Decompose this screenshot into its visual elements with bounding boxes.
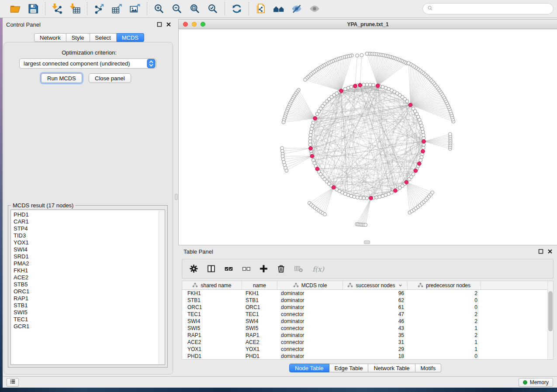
export-table-button[interactable] [110,2,125,16]
vertical-splitter-grip[interactable] [175,194,178,200]
table-row[interactable]: RAP1RAP1dominator352 [182,332,553,339]
mcds-result-item[interactable]: SRD1 [14,253,159,260]
float-icon[interactable] [538,249,543,254]
mcds-result-item[interactable]: STB5 [14,281,159,288]
column-label: name [253,282,266,289]
tab-select[interactable]: Select [90,33,117,42]
memory-label: Memory [530,379,549,385]
tab-network-table[interactable]: Network Table [368,364,415,372]
export-image-button[interactable] [128,2,142,16]
table-row[interactable]: SWI4SWI4dominator462 [182,318,553,325]
column-header-shared-name[interactable]: shared name [182,281,242,289]
mcds-result-item[interactable]: ACE2 [14,274,159,281]
table-row[interactable]: ORC1ORC1dominator610 [182,304,553,311]
column-header-predecessor-nodes[interactable]: predecessor nodes [408,281,481,289]
duplicate-network-button[interactable] [253,2,268,16]
criterion-dropdown[interactable]: largest connected component (undirected) [19,58,156,69]
tab-motifs[interactable]: Motifs [415,364,442,372]
split-columns-icon [207,264,216,273]
export-image-icon [129,3,141,14]
toolbar-button-groups [3,0,326,17]
zoom-fit-button[interactable] [187,2,202,16]
network-canvas[interactable] [179,29,557,245]
tab-node-table[interactable]: Node Table [289,364,329,372]
zoom-window-icon[interactable] [201,22,205,27]
delete-button[interactable] [276,264,286,274]
status-menu-button[interactable] [7,378,19,387]
table-panel-window-controls [538,249,553,254]
tab-network[interactable]: Network [34,33,66,42]
column-header-name[interactable]: name [242,281,277,289]
table-scrollbar-thumb[interactable] [548,291,553,331]
desktop-wallpaper-bottom [0,388,557,392]
float-icon[interactable] [157,22,162,27]
deselect-all-button[interactable] [241,264,251,274]
hide-selected-button[interactable] [289,2,304,16]
save-button[interactable] [26,2,41,16]
mcds-result-list[interactable]: PHD1CAR1STP4TID3YOX1SWI4SRD1PMA2FKH1ACE2… [10,210,165,365]
export-network-button[interactable] [92,2,107,16]
memory-button[interactable]: Memory [519,378,553,387]
import-table-button[interactable] [68,2,83,16]
table-row[interactable]: STB1STB1dominator620 [182,297,553,304]
memory-status-icon [523,380,527,385]
hierarchy-icon [293,282,299,288]
table-row[interactable]: ACE2ACE2connector311 [182,339,553,346]
mcds-result-item[interactable]: STP4 [14,225,159,232]
table-scrollbar[interactable] [547,281,553,359]
search-input[interactable] [435,6,549,12]
search-box[interactable] [422,3,554,14]
zoom-out-button[interactable] [170,2,184,16]
cell-name: SWI5 [242,325,277,332]
mcds-result-item[interactable]: FKH1 [14,267,159,274]
table-row[interactable]: TEC1TEC1connector472 [182,311,553,318]
network-window-titlebar[interactable]: YPA_prune.txt_1 [179,20,557,29]
network-graph[interactable] [179,29,557,245]
mcds-result-item[interactable]: PHD1 [14,211,159,218]
gear-button[interactable] [188,264,199,274]
cell-predecessor-nodes: 2 [408,332,481,339]
mcds-result-item[interactable]: PMA2 [14,260,159,267]
run-mcds-button[interactable]: Run MCDS [41,73,82,83]
table-row[interactable]: YOX1YOX1connector291 [182,346,553,353]
show-all-button[interactable] [307,2,322,16]
mcds-result-item[interactable]: CAR1 [14,218,159,225]
select-all-button[interactable] [223,264,234,274]
minimize-window-icon[interactable] [192,22,197,27]
horizontal-splitter-grip[interactable] [364,241,370,244]
mcds-result-item[interactable]: SWI5 [14,309,159,316]
cell-name: RAP1 [242,332,277,339]
split-columns-button[interactable] [206,264,216,274]
column-header-mcds-role[interactable]: MCDS role [277,281,343,289]
mcds-result-item[interactable]: TID3 [14,232,159,239]
mcds-result-item[interactable]: ORC1 [14,288,159,295]
tab-mcds[interactable]: MCDS [117,33,144,42]
close-panel-button[interactable]: Close panel [89,73,131,83]
refresh-button[interactable] [229,2,244,16]
tab-style[interactable]: Style [66,33,90,42]
control-panel-title: Control Panel [6,21,41,28]
mcds-result-item[interactable]: STB1 [14,302,159,309]
first-neighbors-button[interactable] [271,2,286,16]
tab-edge-table[interactable]: Edge Table [329,364,369,372]
table-row[interactable]: PHD1PHD1dominator180 [182,353,553,360]
mcds-result-item[interactable]: YOX1 [14,239,159,246]
mcds-list-scrollbar[interactable] [159,210,164,364]
close-icon[interactable] [547,249,553,254]
close-window-icon[interactable] [183,22,188,27]
table-row[interactable]: FKH1FKH1dominator962 [182,290,553,297]
zoom-in-button[interactable] [152,2,166,16]
table-row[interactable]: SWI5SWI5connector431 [182,325,553,332]
close-icon[interactable] [166,22,171,27]
zoom-selected-button[interactable] [205,2,220,16]
import-network-button[interactable] [50,2,65,16]
open-folder-button[interactable] [8,2,23,16]
mcds-result-item[interactable]: GCR1 [14,323,159,330]
duplicate-network-icon [255,3,266,14]
column-header-successor-nodes[interactable]: successor nodes [343,281,408,289]
mcds-result-item[interactable]: SWI4 [14,246,159,253]
mcds-result-item[interactable]: TEC1 [14,316,159,323]
mcds-result-item[interactable]: RAP1 [14,295,159,302]
svg-text:f(x): f(x) [312,265,325,273]
add-button[interactable] [258,264,269,274]
